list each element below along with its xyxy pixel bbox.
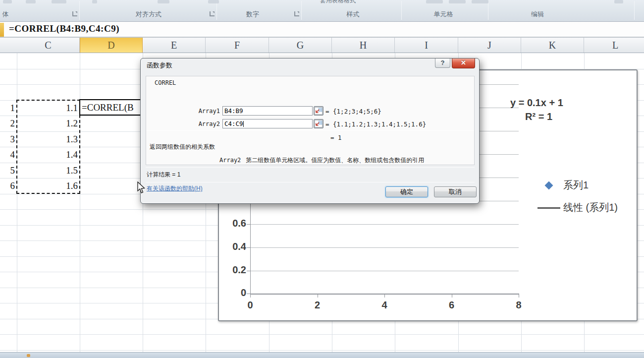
x-tick-mark xyxy=(452,295,452,298)
group-separator xyxy=(79,1,80,20)
ribbon: 套用表格格式 体对齐方式数字样式单元格编辑 xyxy=(0,0,644,22)
cancel-button[interactable]: 取消 xyxy=(434,186,477,197)
insert-function-icon[interactable] xyxy=(0,23,4,37)
dialog-close-icon[interactable]: ✕ xyxy=(452,59,475,68)
column-header-h[interactable]: H xyxy=(332,38,395,53)
group-separator xyxy=(488,1,488,20)
ribbon-group-6: 编辑 xyxy=(490,10,585,19)
status-bar xyxy=(0,352,644,358)
x-tick-label: 6 xyxy=(437,299,467,311)
text-caret xyxy=(243,121,244,127)
dialog-launcher-icon[interactable] xyxy=(72,11,77,16)
field-input-array1[interactable]: B4:B9 xyxy=(222,106,313,116)
field-input-array2[interactable]: C4:C9 xyxy=(222,119,313,128)
trendline-marker-icon xyxy=(537,207,560,209)
group-separator xyxy=(401,1,402,20)
function-help-link[interactable]: 有关该函数的帮助(H) xyxy=(147,184,203,193)
ribbon-group-4: 样式 xyxy=(305,10,401,19)
partial-ribbon-control xyxy=(449,0,466,3)
chart-gridline xyxy=(250,247,519,248)
field-result-array1: = {1;2;3;4;5;6} xyxy=(325,108,381,115)
trendline-equation: y = 0.1x + 1 xyxy=(510,97,563,109)
legend-series1[interactable]: 系列1 xyxy=(563,179,589,192)
ok-button[interactable]: 确定 xyxy=(385,186,428,197)
y-tick-label: 0 xyxy=(219,287,246,298)
dialog-launcher-icon[interactable] xyxy=(294,11,299,16)
intermediate-result: = 1 xyxy=(330,134,342,141)
y-tick-mark xyxy=(247,247,250,248)
ribbon-group-1: 体 xyxy=(0,10,11,19)
column-header-i[interactable]: I xyxy=(395,38,458,53)
function-name: CORREL xyxy=(155,79,176,86)
group-separator xyxy=(301,1,302,20)
grid-hline xyxy=(0,350,644,351)
partial-ribbon-control xyxy=(208,0,219,3)
divider xyxy=(146,167,475,168)
dialog-title: 函数参数 xyxy=(147,61,172,70)
column-header-f[interactable]: F xyxy=(206,38,269,53)
cell-b8[interactable]: 5 xyxy=(0,163,15,179)
function-arguments-dialog: 函数参数 ? ✕ CORREL Array1B4:B9= {1;2;3;4;5;… xyxy=(140,58,480,204)
column-header-k[interactable]: K xyxy=(521,38,584,53)
grid-vline xyxy=(80,53,80,352)
x-tick-label: 2 xyxy=(303,299,332,311)
field-label-array1: Array1 xyxy=(171,108,220,115)
x-tick-label: 4 xyxy=(370,299,399,311)
grid-hline xyxy=(0,334,644,335)
format-as-table-button[interactable]: 套用表格格式 xyxy=(320,0,356,5)
cell-b5[interactable]: 2 xyxy=(0,116,15,131)
group-separator xyxy=(634,1,635,20)
column-header-e[interactable]: E xyxy=(143,38,206,53)
field-result-array2: = {1.1;1.2;1.3;1.4;1.5;1.6} xyxy=(325,120,426,128)
calculation-result: 计算结果 = 1 xyxy=(147,171,180,179)
y-tick-label: 0.6 xyxy=(219,218,246,229)
divider xyxy=(146,182,475,182)
ribbon-group-3: 数字 xyxy=(220,10,285,19)
cell-b7[interactable]: 4 xyxy=(0,147,15,163)
argument-help-text: 第二组数值单元格区域。值应为数值、名称、数组或包含数值的引用 xyxy=(246,157,424,164)
column-header-c[interactable]: C xyxy=(17,38,80,53)
column-header-d[interactable]: D xyxy=(80,38,143,53)
partial-ribbon-control xyxy=(92,0,97,3)
grid-vline xyxy=(17,53,17,352)
function-description: 返回两组数值的相关系数 xyxy=(150,143,215,151)
field-label-array2: Array2 xyxy=(171,120,220,127)
y-tick-label: 0.2 xyxy=(219,264,246,276)
range-selector-icon[interactable] xyxy=(314,119,323,128)
series1-marker-icon xyxy=(545,181,553,190)
partial-ribbon-control xyxy=(426,0,443,3)
argument-help-name: Array2 xyxy=(219,157,241,164)
y-tick-mark xyxy=(247,294,250,294)
chart-gridline xyxy=(250,271,519,271)
dialog-launcher-icon[interactable] xyxy=(210,11,215,16)
group-separator xyxy=(216,1,217,20)
legend-linear-series1[interactable]: 线性 (系列1) xyxy=(563,201,618,214)
x-tick-mark xyxy=(384,295,385,298)
arguments-panel: CORREL Array1B4:B9= {1;2;3;4;5;6}Array2C… xyxy=(146,76,475,165)
cell-b4[interactable]: 1 xyxy=(0,100,15,116)
x-tick-mark xyxy=(519,295,519,298)
cell-b6[interactable]: 3 xyxy=(0,131,15,147)
range-selector-icon[interactable] xyxy=(314,106,323,116)
formula-input[interactable]: =CORREL(B4:B9,C4:C9) xyxy=(9,23,119,34)
column-header-j[interactable]: J xyxy=(458,38,521,53)
dialog-help-icon[interactable]: ? xyxy=(435,59,450,68)
column-headers: CDEFGHIJKL xyxy=(0,38,644,53)
ribbon-group-5: 单元格 xyxy=(404,10,483,19)
x-tick-mark xyxy=(318,295,318,298)
trendline-r-squared: R² = 1 xyxy=(525,111,552,122)
editing-cell-d4[interactable]: =CORREL(B xyxy=(79,99,143,116)
excel-window: 套用表格格式 体对齐方式数字样式单元格编辑 =CORREL(B4:B9,C4:C… xyxy=(0,0,644,358)
column-header-l[interactable]: L xyxy=(584,38,644,53)
chart-gridline xyxy=(250,224,519,225)
y-tick-mark xyxy=(247,224,250,225)
x-tick-label: 8 xyxy=(504,299,534,311)
formula-bar[interactable]: =CORREL(B4:B9,C4:C9) xyxy=(0,22,644,38)
column-header-g[interactable]: G xyxy=(269,38,332,53)
y-tick-label: 0.4 xyxy=(219,241,246,252)
panel-divider xyxy=(146,130,474,131)
cell-b9[interactable]: 6 xyxy=(0,178,15,194)
status-icon xyxy=(27,354,30,357)
ribbon-group-2: 对齐方式 xyxy=(84,10,213,19)
partial-ribbon-control xyxy=(158,0,169,3)
